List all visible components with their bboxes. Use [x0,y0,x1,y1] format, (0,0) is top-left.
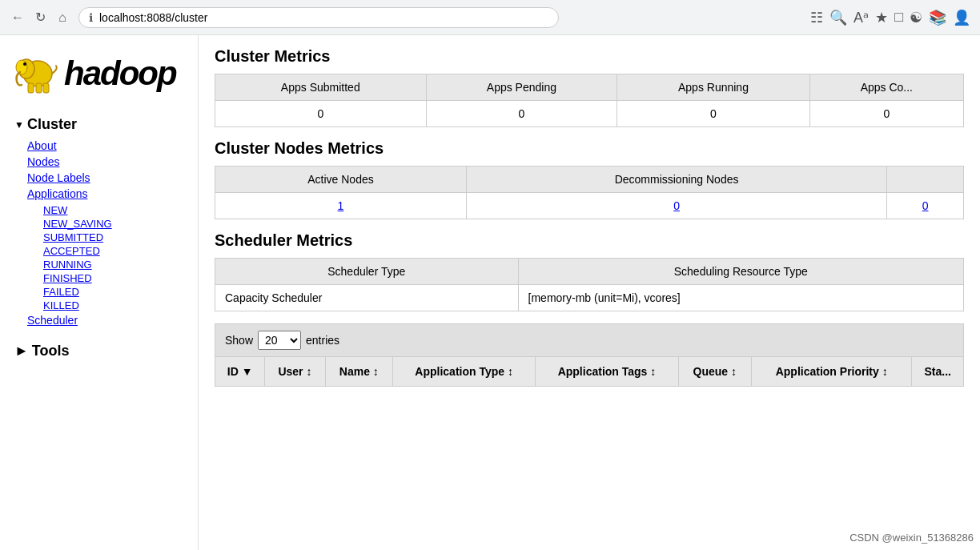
other-nodes-header [887,167,964,193]
decommissioning-nodes-value: 0 [466,193,886,219]
entries-label: entries [306,334,339,347]
browser-actions: ☷ 🔍 Aᵃ ★ □ ☯ 📚 👤 [810,9,970,26]
new-saving-link[interactable]: NEW_SAVING [40,217,190,231]
profile-icon[interactable]: 👤 [953,9,970,26]
sidebar-item-scheduler[interactable]: Scheduler [24,312,190,328]
sidebar-item-running[interactable]: RUNNING [40,258,190,271]
applications-table: ID ▼ User ↕ Name ↕ Application Type ↕ [215,356,964,387]
status-column-header[interactable]: Sta... [912,357,964,387]
applications-link[interactable]: Applications [24,186,190,202]
app-priority-header-label: Application Priority [776,365,879,378]
failed-link[interactable]: FAILED [40,285,190,299]
id-column-header[interactable]: ID ▼ [215,357,265,387]
active-nodes-link[interactable]: 1 [338,199,344,212]
favorites-icon[interactable]: ☯ [910,9,922,26]
apps-completed-value: 0 [809,101,963,127]
info-icon: ℹ [89,11,93,24]
scheduling-resource-header: Scheduling Resource Type [518,259,963,285]
queue-column-header[interactable]: Queue ↕ [678,357,751,387]
apps-completed-header: Apps Co... [809,74,963,101]
watermark: CSDN @weixin_51368286 [849,532,974,544]
apps-running-value: 0 [617,101,809,127]
svg-rect-4 [28,83,34,93]
apps-running-header: Apps Running [617,74,809,101]
id-header-label: ID [227,365,239,378]
svg-rect-5 [36,83,42,93]
cluster-menu-header[interactable]: ▼ Cluster [8,111,190,138]
reader-mode-icon[interactable]: ☷ [810,9,823,26]
sidebar: hadoop ▼ Cluster About Nodes Node Labels… [0,35,199,550]
user-header-label: User [278,365,303,378]
logo-area: hadoop [0,43,198,111]
translate-icon[interactable]: Aᵃ [853,9,869,26]
queue-sort-icon: ↕ [731,365,737,378]
sidebar-item-applications[interactable]: Applications NEW NEW_SAVING SUBMITTED AC… [24,186,190,312]
name-sort-icon: ↕ [373,365,379,378]
id-sort-icon: ▼ [242,365,253,378]
scheduler-type-value: Capacity Scheduler [215,285,519,311]
other-nodes-value: 0 [887,193,964,219]
tools-arrow-icon: ► [14,343,29,359]
accepted-link[interactable]: ACCEPTED [40,244,190,258]
home-button[interactable]: ⌂ [54,10,70,26]
active-nodes-header: Active Nodes [215,167,467,193]
killed-link[interactable]: KILLED [40,299,190,312]
refresh-button[interactable]: ↻ [32,10,48,26]
split-icon[interactable]: □ [894,9,903,26]
scheduler-link[interactable]: Scheduler [24,312,190,328]
scheduler-type-header: Scheduler Type [215,259,519,285]
sidebar-item-new-saving[interactable]: NEW_SAVING [40,217,190,231]
sidebar-item-about[interactable]: About [24,138,190,154]
sidebar-item-failed[interactable]: FAILED [40,285,190,299]
show-entries-bar: Show 10 20 25 50 100 entries [215,323,964,356]
apps-submitted-header: Apps Submitted [215,74,427,101]
sidebar-item-finished[interactable]: FINISHED [40,271,190,285]
app-priority-column-header[interactable]: Application Priority ↕ [751,357,912,387]
url-input[interactable] [99,11,548,24]
sidebar-item-new[interactable]: NEW [40,203,190,217]
tools-menu-header[interactable]: ► Tools [8,336,190,366]
sidebar-item-killed[interactable]: KILLED [40,299,190,312]
finished-link[interactable]: FINISHED [40,271,190,285]
apps-pending-header: Apps Pending [426,74,617,101]
submitted-link[interactable]: SUBMITTED [40,231,190,244]
app-tags-column-header[interactable]: Application Tags ↕ [536,357,678,387]
hadoop-elephant-icon [12,51,60,95]
collections-icon[interactable]: 📚 [929,9,946,26]
zoom-icon[interactable]: 🔍 [829,9,847,26]
user-sort-icon: ↕ [306,365,311,378]
browser-chrome: ← ↻ ⌂ ℹ ☷ 🔍 Aᵃ ★ □ ☯ 📚 👤 [0,0,980,35]
new-link[interactable]: NEW [40,203,190,217]
app-priority-sort-icon: ↕ [882,365,888,378]
user-column-header[interactable]: User ↕ [265,357,325,387]
running-link[interactable]: RUNNING [40,258,190,271]
sidebar-item-node-labels[interactable]: Node Labels [24,170,190,186]
sidebar-item-nodes[interactable]: Nodes [24,154,190,170]
address-bar[interactable]: ℹ [78,7,559,28]
app-type-sort-icon: ↕ [508,365,513,378]
cluster-metrics-table: Apps Submitted Apps Pending Apps Running… [215,74,964,127]
sidebar-section-tools: ► Tools [0,336,198,366]
back-button[interactable]: ← [10,10,26,26]
about-link[interactable]: About [24,138,190,154]
nav-buttons: ← ↻ ⌂ [10,10,70,26]
nodes-link[interactable]: Nodes [24,154,190,170]
name-column-header[interactable]: Name ↕ [325,357,392,387]
sidebar-item-submitted[interactable]: SUBMITTED [40,231,190,244]
scheduling-resource-value: [memory-mb (unit=Mi), vcores] [518,285,963,311]
entries-select[interactable]: 10 20 25 50 100 [258,331,301,350]
bookmark-icon[interactable]: ★ [875,9,888,26]
app-type-column-header[interactable]: Application Type ↕ [392,357,535,387]
tools-label: Tools [32,343,70,359]
sidebar-item-accepted[interactable]: ACCEPTED [40,244,190,258]
other-nodes-link[interactable]: 0 [922,199,929,212]
decommissioning-nodes-header: Decommissioning Nodes [466,167,886,193]
decommissioning-nodes-link[interactable]: 0 [673,199,680,212]
apps-submitted-value: 0 [215,101,427,127]
node-labels-link[interactable]: Node Labels [24,170,190,186]
name-header-label: Name [339,365,370,378]
scheduler-metrics-table: Scheduler Type Scheduling Resource Type … [215,258,964,311]
apps-pending-value: 0 [426,101,617,127]
app-type-header-label: Application Type [415,365,504,378]
logo: hadoop [12,51,186,95]
